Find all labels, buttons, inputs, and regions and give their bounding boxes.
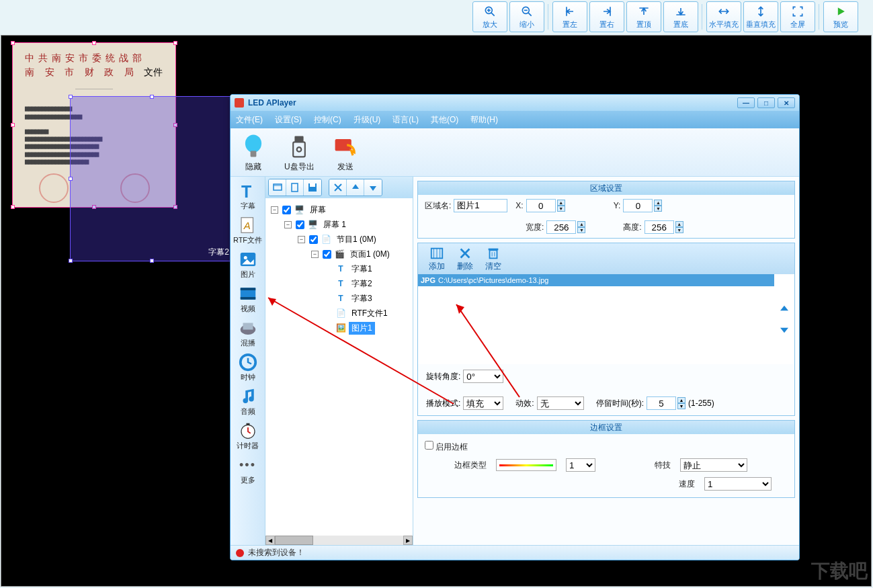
mode-select[interactable]: 填充 — [463, 396, 503, 410]
tree-move-up-button[interactable] — [347, 179, 364, 196]
menu-settings[interactable]: 设置(S) — [275, 114, 302, 126]
border-trick-select[interactable]: 静止 — [680, 458, 747, 472]
tree-move-down-button[interactable] — [364, 179, 382, 196]
align-right-button[interactable]: 置右 — [589, 1, 624, 32]
height-input[interactable] — [645, 220, 674, 234]
file-row[interactable]: JPGC:\Users\pc\Pictures\demo-13.jpg — [418, 274, 774, 286]
tree-save-button[interactable] — [304, 179, 321, 196]
fill-vertical-button[interactable]: 垂直填充 — [743, 1, 778, 32]
palette-audio[interactable]: 音频 — [238, 386, 258, 417]
tree-check[interactable] — [309, 235, 318, 244]
x-input[interactable] — [526, 199, 556, 212]
area-name-input[interactable] — [454, 199, 507, 212]
menu-control[interactable]: 控制(C) — [314, 114, 341, 126]
toolbar-divider — [702, 4, 703, 30]
menu-upgrade[interactable]: 升级(U) — [354, 114, 381, 126]
align-left-button[interactable]: 置左 — [552, 1, 587, 32]
fill-v-icon — [754, 5, 767, 18]
tree-delete-button[interactable] — [329, 179, 347, 196]
align-top-icon — [637, 5, 651, 18]
rotate-select[interactable]: 0° — [463, 370, 503, 383]
mix-icon — [238, 318, 258, 338]
properties-panel: 区域设置 区域名: X:▲▼ Y:▲▼ 宽度:▲▼ 高度:▲▼ 添加 删除 清空 — [413, 177, 799, 545]
palette-subtitle[interactable]: T字幕 — [238, 181, 258, 211]
status-text: 未搜索到设备！ — [248, 547, 304, 558]
width-input[interactable] — [546, 220, 576, 234]
menu-help[interactable]: 帮助(H) — [470, 114, 498, 126]
palette-video[interactable]: 视频 — [238, 284, 258, 314]
align-right-icon — [600, 5, 614, 18]
align-bottom-button[interactable]: 置底 — [663, 1, 698, 32]
maximize-button[interactable]: □ — [757, 97, 775, 108]
effect-select[interactable]: 无 — [537, 396, 584, 410]
palette-rtf[interactable]: ARTF文件 — [233, 215, 262, 245]
hide-button[interactable]: 隐藏 — [239, 132, 268, 173]
tree-check[interactable] — [296, 220, 304, 229]
minimize-button[interactable]: — — [737, 97, 755, 108]
svg-text:A: A — [243, 220, 250, 231]
tree-check[interactable] — [323, 250, 331, 259]
tree-selected-item[interactable]: 图片1 — [349, 322, 375, 335]
tree-hscroll[interactable]: ◀▶ — [265, 536, 413, 545]
trash-icon — [486, 246, 501, 261]
palette-timer[interactable]: 计时器 — [237, 421, 259, 451]
svg-rect-26 — [274, 184, 282, 190]
clear-files-button[interactable]: 清空 — [485, 246, 501, 272]
menu-other[interactable]: 其他(O) — [431, 114, 458, 126]
svg-line-1 — [491, 12, 495, 15]
send-button[interactable]: 发送 — [331, 132, 360, 173]
element-palette: T字幕 ARTF文件 图片 视频 混播 时钟 音频 计时器 •••更多 — [231, 177, 265, 545]
x-icon — [333, 182, 343, 193]
file-list[interactable]: JPGC:\Users\pc\Pictures\demo-13.jpg — [418, 274, 774, 364]
delete-file-button[interactable]: 删除 — [457, 246, 473, 272]
tree-new-page-button[interactable] — [286, 179, 304, 196]
border-type-select[interactable]: 1 — [566, 458, 595, 472]
add-icon — [429, 246, 444, 261]
svg-rect-8 — [251, 151, 257, 157]
tree-view[interactable]: −🖥️屏幕 −🖥️屏幕 1 −📄节目1 (0M) −🎬页面1 (0M) T字幕1… — [265, 198, 413, 536]
palette-image[interactable]: 图片 — [238, 249, 258, 280]
svg-rect-25 — [246, 423, 249, 425]
enable-border-check[interactable] — [425, 441, 433, 450]
timer-icon — [238, 421, 258, 441]
usb-icon — [284, 132, 314, 161]
preview-button[interactable]: 预览 — [823, 1, 858, 32]
spin-down[interactable]: ▼ — [557, 206, 565, 212]
tree-check[interactable] — [282, 206, 291, 214]
border-speed-select[interactable]: 1 — [704, 477, 772, 491]
svg-point-11 — [297, 147, 302, 152]
y-input[interactable] — [623, 199, 653, 212]
zoom-out-icon — [520, 5, 534, 18]
close-button[interactable]: ✕ — [778, 97, 795, 108]
menu-file[interactable]: 文件(E) — [236, 114, 263, 126]
tree-new-screen-button[interactable] — [269, 179, 286, 196]
dwell-input[interactable] — [647, 396, 676, 410]
delete-icon — [458, 246, 472, 261]
fullscreen-button[interactable]: 全屏 — [780, 1, 815, 32]
svg-rect-22 — [243, 323, 253, 330]
subtitle2-label: 字幕2 — [208, 247, 229, 258]
align-top-button[interactable]: 置顶 — [626, 1, 661, 32]
svg-rect-19 — [240, 288, 255, 290]
palette-more[interactable]: •••更多 — [238, 455, 258, 485]
spin-up[interactable]: ▲ — [557, 200, 565, 206]
file-move-down[interactable] — [778, 323, 790, 335]
svg-point-17 — [243, 256, 247, 259]
palette-clock[interactable]: 时钟 — [238, 352, 258, 382]
down-icon — [368, 182, 378, 193]
selection-box-2[interactable]: 字幕2 — [70, 96, 234, 261]
image-icon — [238, 249, 258, 269]
app-icon — [235, 98, 244, 108]
zoom-out-button[interactable]: 缩小 — [509, 1, 544, 32]
rtf-icon: A — [238, 215, 258, 235]
status-indicator — [236, 549, 244, 557]
zoom-in-button[interactable]: 放大 — [472, 1, 507, 32]
usb-export-button[interactable]: U盘导出 — [284, 132, 315, 173]
fill-horizontal-button[interactable]: 水平填充 — [706, 1, 741, 32]
menu-language[interactable]: 语言(L) — [392, 114, 419, 126]
tree-toolbar — [265, 177, 413, 198]
file-move-up[interactable] — [778, 303, 790, 315]
titlebar[interactable]: LED APlayer — □ ✕ — [231, 95, 799, 111]
palette-mix[interactable]: 混播 — [238, 318, 258, 348]
add-file-button[interactable]: 添加 — [429, 246, 445, 272]
